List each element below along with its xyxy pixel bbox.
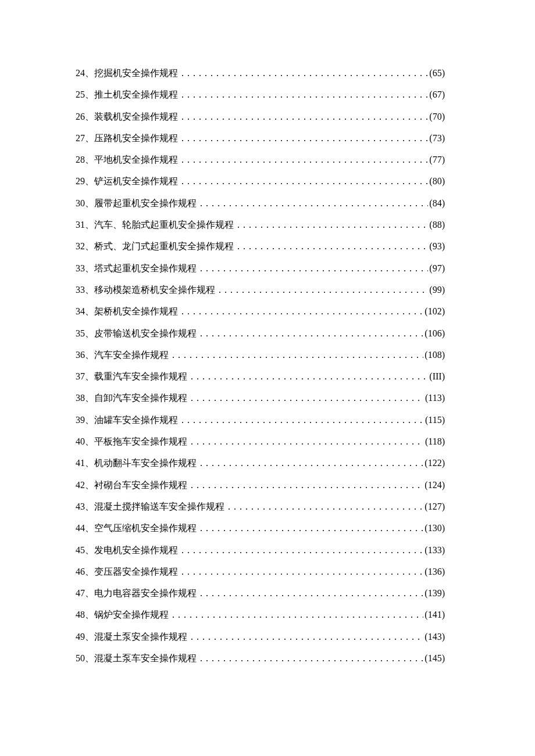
toc-entry-number: 49、 (76, 632, 94, 642)
toc-leader-dots (219, 285, 428, 295)
toc-entry-title: 自卸汽车安全操作规程 (94, 393, 187, 403)
toc-leader-dots (191, 632, 423, 642)
toc-entry-title: 油罐车安全操作规程 (94, 415, 178, 425)
toc-leader-dots (181, 69, 428, 78)
toc-entry-title: 衬砌台车安全操作规程 (94, 481, 187, 490)
toc-entry: 42、衬砌台车安全操作规程(124) (76, 481, 445, 490)
toc-leader-dots (191, 393, 424, 403)
toc-leader-dots (191, 481, 423, 490)
toc-leader-dots (181, 307, 423, 316)
toc-entry-number: 25、 (76, 90, 94, 99)
toc-entry: 44、空气压缩机安全操作规程(130) (76, 524, 445, 533)
toc-entry-title: 汽车安全操作规程 (94, 350, 169, 360)
toc-entry-page: (133) (425, 546, 445, 555)
toc-entry-title: 装载机安全操作规程 (94, 112, 178, 121)
toc-leader-dots (181, 567, 423, 576)
toc-entry: 48、锅炉安全操作规程(141) (76, 610, 445, 619)
toc-entry: 28、平地机安全操作规程(77) (76, 155, 445, 164)
toc-entry-page: (124) (425, 481, 445, 490)
toc-entry-number: 31、 (76, 220, 94, 230)
toc-entry: 41、机动翻斗车安全操作规程(122) (76, 458, 445, 468)
toc-entry-number: 44、 (76, 524, 94, 533)
toc-entry: 46、变压器安全操作规程(136) (76, 567, 445, 576)
toc-leader-dots (191, 372, 428, 381)
toc-entry: 26、装载机安全操作规程(70) (76, 112, 445, 121)
toc-entry-number: 42、 (76, 481, 94, 490)
toc-entry-number: 50、 (76, 654, 94, 663)
toc-entry-number: 30、 (76, 199, 94, 208)
toc-entry-title: 空气压缩机安全操作规程 (94, 524, 197, 533)
toc-entry-title: 挖掘机安全操作规程 (94, 69, 178, 78)
toc-entry-title: 混凝土泵车安全操作规程 (94, 654, 197, 663)
toc-entry-number: 40、 (76, 437, 94, 446)
toc-entry: 37、载重汽车安全操作规程(III) (76, 372, 445, 381)
toc-entry-number: 47、 (76, 589, 94, 598)
toc-entry-title: 混凝土搅拌输送车安全操作规程 (94, 502, 224, 511)
toc-leader-dots (237, 242, 428, 251)
toc-entry: 25、推土机安全操作规程(67) (76, 90, 445, 99)
toc-entry-number: 39、 (76, 415, 94, 425)
toc-entry: 33、移动模架造桥机安全操作规程(99) (76, 285, 445, 295)
toc-entry-page: (80) (429, 177, 445, 186)
toc-entry-page: (67) (429, 90, 445, 99)
toc-entry-number: 27、 (76, 134, 94, 143)
toc-entry-page: (115) (425, 415, 445, 425)
toc-leader-dots (200, 264, 428, 273)
toc-entry-title: 履带起重机安全操作规程 (94, 199, 197, 208)
toc-entry: 34、架桥机安全操作规程(102) (76, 307, 445, 316)
toc-entry-title: 混凝土泵安全操作规程 (94, 632, 187, 642)
toc-entry-title: 平板拖车安全操作规程 (94, 437, 187, 446)
toc-entry-number: 45、 (76, 546, 94, 555)
toc-entry-number: 35、 (76, 329, 94, 338)
toc-entry-number: 26、 (76, 112, 94, 121)
toc-entry: 45、发电机安全操作规程(133) (76, 546, 445, 555)
toc-entry: 38、自卸汽车安全操作规程(113) (76, 393, 445, 403)
toc-entry-page: (141) (425, 610, 445, 619)
toc-entry: 32、桥式、龙门式起重机安全操作规程(93) (76, 242, 445, 251)
toc-entry-page: (130) (425, 524, 445, 533)
toc-entry-number: 38、 (76, 393, 94, 403)
toc-entry-page: (108) (425, 350, 445, 360)
toc-entry-page: (113) (425, 393, 445, 403)
toc-entry: 27、压路机安全操作规程(73) (76, 134, 445, 143)
toc-entry-number: 37、 (76, 372, 94, 381)
toc-leader-dots (191, 437, 424, 446)
toc-entry-number: 32、 (76, 242, 94, 251)
toc-entry: 31、汽车、轮胎式起重机安全操作规程(88) (76, 220, 445, 230)
toc-leader-dots (181, 90, 428, 99)
toc-leader-dots (200, 199, 428, 208)
toc-leader-dots (172, 610, 423, 619)
toc-leader-dots (181, 415, 424, 425)
toc-entry-title: 锅炉安全操作规程 (94, 610, 169, 619)
toc-entry-title: 皮带输送机安全操作规程 (94, 329, 197, 338)
toc-entry: 47、电力电容器安全操作规程(139) (76, 589, 445, 598)
toc-entry-page: (88) (429, 220, 445, 230)
toc-entry-page: (136) (425, 567, 445, 576)
toc-entry-title: 移动模架造桥机安全操作规程 (94, 285, 215, 295)
toc-entry-title: 载重汽车安全操作规程 (94, 372, 187, 381)
toc-entry-page: (97) (429, 264, 445, 273)
toc-entry-title: 平地机安全操作规程 (94, 155, 178, 164)
toc-leader-dots (181, 177, 428, 186)
toc-entry-page: (106) (425, 329, 445, 338)
toc-entry-title: 发电机安全操作规程 (94, 546, 178, 555)
toc-entry-number: 48、 (76, 610, 94, 619)
toc-entry-title: 压路机安全操作规程 (94, 134, 178, 143)
toc-entry: 29、铲运机安全操作规程(80) (76, 177, 445, 186)
toc-entry-page: (102) (425, 307, 445, 316)
toc-entry: 30、履带起重机安全操作规程(84) (76, 199, 445, 208)
toc-leader-dots (200, 589, 423, 598)
toc-entry-title: 机动翻斗车安全操作规程 (94, 458, 197, 468)
toc-leader-dots (181, 112, 428, 121)
toc-entry-page: (65) (429, 69, 445, 78)
toc-entry-title: 汽车、轮胎式起重机安全操作规程 (94, 220, 234, 230)
toc-entry-title: 塔式起重机安全操作规程 (94, 264, 197, 273)
toc-entry-number: 36、 (76, 350, 94, 360)
toc-entry-number: 33、 (76, 264, 94, 273)
toc-entry-page: (84) (429, 199, 445, 208)
toc-entry-number: 29、 (76, 177, 94, 186)
toc-leader-dots (172, 350, 423, 360)
toc-entry: 50、混凝土泵车安全操作规程(145) (76, 654, 445, 663)
toc-entry-page: (70) (429, 112, 445, 121)
toc-entry-title: 铲运机安全操作规程 (94, 177, 178, 186)
